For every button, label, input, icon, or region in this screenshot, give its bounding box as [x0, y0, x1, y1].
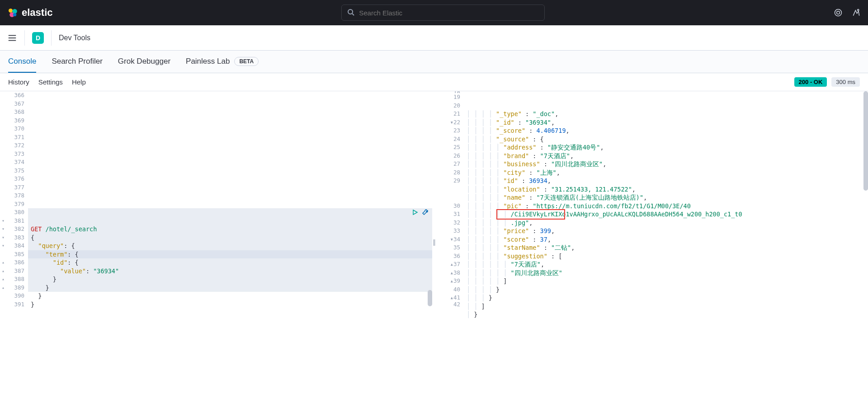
app-sub-header: D Dev Tools [0, 25, 868, 51]
response-status-badge: 200 - OK [794, 77, 827, 87]
help-link[interactable]: Help [72, 78, 86, 86]
space-selector[interactable]: D [32, 32, 44, 44]
help-icon[interactable] [852, 8, 861, 17]
divider [51, 30, 52, 46]
panel-splitter[interactable]: ‖ [432, 91, 436, 393]
global-search[interactable] [341, 5, 545, 21]
tab-painless-lab[interactable]: Painless Lab BETA [186, 51, 259, 73]
tab-label: Grok Debugger [118, 57, 170, 66]
svg-line-5 [352, 14, 354, 15]
nav-toggle-button[interactable] [7, 33, 17, 43]
elastic-logo-text: elastic [22, 7, 53, 19]
tab-grok-debugger[interactable]: Grok Debugger [118, 51, 170, 73]
global-search-input[interactable] [359, 9, 539, 17]
tab-label: Console [8, 57, 36, 66]
elastic-logo-icon [7, 7, 18, 18]
response-time-badge: 300 ms [831, 77, 860, 87]
search-icon [347, 9, 354, 17]
console-editor-area: 3663673683693703713723733743753763773783… [0, 91, 868, 393]
beta-badge: BETA [234, 57, 259, 66]
request-line-gutter: 3663673683693703713723733743753763773783… [0, 91, 28, 393]
svg-point-0 [9, 9, 13, 13]
svg-point-3 [13, 13, 17, 17]
svg-point-7 [837, 11, 840, 14]
console-toolbar: History Settings Help 200 - OK 300 ms [0, 73, 868, 91]
response-viewer[interactable]: │ │ │ │ "_type" : "_doc",│ │ │ │ "_id" :… [464, 91, 868, 393]
elastic-logo[interactable]: elastic [7, 7, 53, 19]
send-request-icon[interactable] [411, 209, 419, 218]
svg-point-4 [348, 9, 353, 14]
wrench-icon[interactable] [421, 209, 429, 218]
newsfeed-icon[interactable] [834, 8, 843, 17]
page-title: Dev Tools [59, 34, 90, 42]
tab-console[interactable]: Console [8, 51, 36, 73]
request-editor[interactable]: GET /hotel/_search{ "query": { "term": {… [28, 91, 432, 393]
settings-link[interactable]: Settings [38, 78, 63, 86]
history-link[interactable]: History [8, 78, 29, 86]
divider [24, 30, 25, 46]
tab-label: Painless Lab [186, 57, 230, 66]
request-actions [411, 209, 429, 218]
tab-label: Search Profiler [52, 57, 102, 66]
response-panel: 18192021▾222324252627282930313233▾343536… [436, 91, 868, 393]
request-panel: 3663673683693703713723733743753763773783… [0, 91, 432, 393]
svg-marker-12 [413, 210, 417, 215]
devtools-tabs: Console Search Profiler Grok Debugger Pa… [0, 51, 868, 73]
svg-point-8 [858, 9, 859, 11]
tab-search-profiler[interactable]: Search Profiler [52, 51, 102, 73]
response-line-gutter: 18192021▾222324252627282930313233▾343536… [436, 91, 464, 393]
svg-point-6 [835, 9, 842, 16]
kibana-top-header: elastic [0, 0, 868, 25]
price-highlight-box [496, 209, 565, 220]
